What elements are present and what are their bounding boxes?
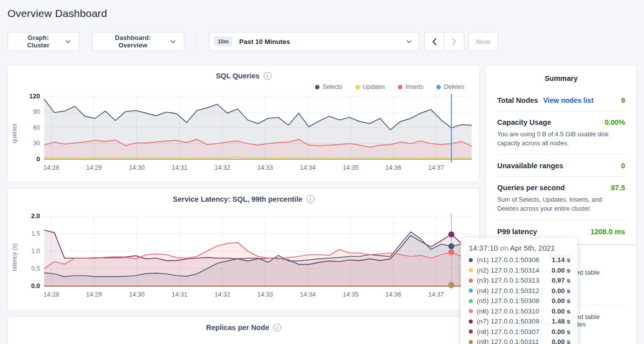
view-nodes-list-link[interactable]: View nodes list bbox=[543, 96, 594, 104]
legend-item-inserts[interactable]: Inserts bbox=[398, 83, 423, 90]
node-color-dot bbox=[469, 299, 473, 303]
time-range-label: Past 10 Minutes bbox=[239, 38, 290, 45]
node-color-dot bbox=[469, 268, 473, 272]
time-forward-button[interactable] bbox=[444, 32, 464, 51]
svg-text:14:30: 14:30 bbox=[129, 291, 145, 298]
summary-label: Capacity Usage bbox=[497, 118, 551, 126]
node-latency-value: 0.00 s bbox=[552, 287, 571, 295]
info-icon[interactable]: i bbox=[264, 72, 272, 80]
node-address: (n5) 127.0.0.1:50308 bbox=[477, 297, 552, 305]
summary-row-capacity-usage: Capacity Usage0.00%You are using 0 B of … bbox=[497, 111, 625, 155]
latency-chart[interactable]: 0.00.51.01.52.014:2814:2914:3014:3114:32… bbox=[21, 211, 477, 303]
summary-label: Queries per second bbox=[497, 184, 565, 192]
svg-text:14:29: 14:29 bbox=[86, 291, 102, 298]
legend-item-selects[interactable]: Selects bbox=[315, 83, 342, 90]
summary-title: Summary bbox=[497, 74, 625, 82]
tooltip-node-row: (n1) 127.0.0.1:503061.14 s bbox=[469, 256, 571, 264]
svg-text:2.0: 2.0 bbox=[31, 212, 40, 220]
svg-text:14:36: 14:36 bbox=[385, 164, 401, 171]
node-latency-value: 0.00 s bbox=[552, 338, 571, 344]
graph-scope-label: Graph: Cluster bbox=[16, 34, 60, 49]
dashboard-dropdown-label: Dashboard: Overview bbox=[100, 34, 165, 49]
legend-dot bbox=[436, 85, 441, 89]
summary-value: 9 bbox=[621, 96, 625, 104]
svg-text:14:30: 14:30 bbox=[129, 164, 145, 171]
svg-text:0: 0 bbox=[36, 155, 40, 163]
y-axis-label: queries bbox=[8, 91, 21, 175]
time-range-dropdown[interactable]: 10m Past 10 Minutes bbox=[209, 32, 419, 51]
info-icon[interactable]: i bbox=[273, 324, 281, 332]
svg-text:0.0: 0.0 bbox=[31, 282, 40, 290]
chevron-down-icon bbox=[65, 40, 71, 43]
sql-queries-legend: SelectsUpdatesInsertsDeletes bbox=[8, 83, 479, 90]
svg-text:14:29: 14:29 bbox=[86, 164, 102, 171]
legend-item-deletes[interactable]: Deletes bbox=[436, 83, 464, 90]
summary-label: Total Nodes bbox=[497, 96, 538, 104]
chevron-down-icon bbox=[406, 40, 412, 43]
summary-label: Unavailable ranges bbox=[497, 162, 563, 170]
node-latency-value: 0.00 s bbox=[552, 308, 571, 315]
tooltip-node-row: (n5) 127.0.0.1:503080.00 s bbox=[469, 297, 571, 305]
node-latency-value: 0.97 s bbox=[552, 277, 571, 284]
summary-value: 0.00% bbox=[605, 118, 625, 126]
summary-description: Sum of Selects, Updates, Inserts, and De… bbox=[497, 195, 625, 213]
dashboard-dropdown[interactable]: Dashboard: Overview bbox=[92, 32, 184, 51]
node-color-dot bbox=[469, 309, 473, 313]
summary-description: You are using 0 B of 4.5 GiB usable disk… bbox=[497, 130, 625, 148]
tooltip-node-row: (n8) 127.0.0.1:503070.00 s bbox=[469, 328, 571, 336]
time-step-buttons bbox=[424, 32, 464, 51]
legend-label: Updates bbox=[363, 83, 385, 90]
svg-text:14:32: 14:32 bbox=[215, 291, 231, 298]
sql-queries-chart[interactable]: 030609012014:2814:2914:3014:3114:3214:33… bbox=[21, 91, 477, 175]
svg-text:14:33: 14:33 bbox=[257, 291, 273, 298]
node-latency-value: 0.00 s bbox=[552, 267, 571, 274]
svg-text:14:34: 14:34 bbox=[300, 164, 316, 171]
info-icon[interactable]: i bbox=[307, 195, 315, 203]
summary-label: P99 latency bbox=[497, 228, 537, 236]
summary-row-unavailable-ranges: Unavailable ranges0 bbox=[497, 155, 625, 177]
replicas-chart-title: Replicas per Node bbox=[206, 324, 270, 332]
node-latency-value: 1.14 s bbox=[552, 256, 571, 264]
latency-chart-card: Service Latency: SQL, 99th percentile i … bbox=[7, 188, 480, 311]
summary-panel: Summary Total NodesView nodes list9Capac… bbox=[486, 65, 637, 245]
node-color-dot bbox=[469, 340, 473, 344]
svg-text:1.5: 1.5 bbox=[31, 230, 40, 237]
svg-text:30: 30 bbox=[33, 140, 40, 147]
legend-item-updates[interactable]: Updates bbox=[355, 83, 385, 90]
node-color-dot bbox=[469, 320, 473, 324]
now-button[interactable]: Now bbox=[468, 32, 498, 51]
summary-row-total-nodes: Total NodesView nodes list9 bbox=[497, 89, 625, 111]
tooltip-node-row: (n9) 127.0.0.1:503110.00 s bbox=[469, 338, 571, 344]
node-color-dot bbox=[469, 258, 473, 262]
node-address: (n9) 127.0.0.1:50311 bbox=[477, 338, 552, 344]
tooltip-node-row: (n2) 127.0.0.1:503140.00 s bbox=[469, 267, 571, 274]
svg-text:1.0: 1.0 bbox=[31, 248, 40, 255]
legend-dot bbox=[355, 85, 360, 89]
node-address: (n2) 127.0.0.1:50314 bbox=[477, 267, 552, 274]
controls-divider bbox=[196, 32, 197, 51]
svg-text:0.5: 0.5 bbox=[31, 265, 40, 272]
node-address: (n7) 127.0.0.1:50309 bbox=[477, 318, 552, 325]
node-latency-value: 1.48 s bbox=[552, 318, 571, 325]
svg-text:90: 90 bbox=[33, 109, 40, 116]
replicas-chart-card: Replicas per Node i bbox=[7, 317, 480, 344]
svg-text:14:32: 14:32 bbox=[215, 164, 231, 171]
graph-scope-dropdown[interactable]: Graph: Cluster bbox=[7, 32, 79, 51]
chevron-right-icon bbox=[452, 38, 456, 45]
summary-value: 87.5 bbox=[611, 184, 625, 192]
dashboard-controls: Graph: Cluster Dashboard: Overview 10m P… bbox=[7, 32, 637, 51]
svg-text:14:28: 14:28 bbox=[43, 164, 59, 171]
time-back-button[interactable] bbox=[424, 32, 444, 51]
node-address: (n6) 127.0.0.1:50310 bbox=[477, 308, 552, 315]
tooltip-node-row: (n7) 127.0.0.1:503091.48 s bbox=[469, 318, 571, 325]
sql-queries-chart-title: SQL Queries bbox=[216, 72, 260, 80]
svg-text:14:36: 14:36 bbox=[385, 291, 401, 298]
summary-value: 0 bbox=[621, 162, 625, 170]
svg-text:120: 120 bbox=[29, 92, 40, 100]
chart-hover-tooltip: 14:37:10 on Apr 5th, 2021 (n1) 127.0.0.1… bbox=[461, 238, 578, 344]
svg-text:14:35: 14:35 bbox=[342, 291, 358, 298]
node-latency-value: 0.00 s bbox=[552, 328, 571, 336]
node-color-dot bbox=[469, 289, 473, 293]
legend-label: Deletes bbox=[444, 83, 464, 90]
latency-chart-title: Service Latency: SQL, 99th percentile bbox=[173, 195, 303, 203]
